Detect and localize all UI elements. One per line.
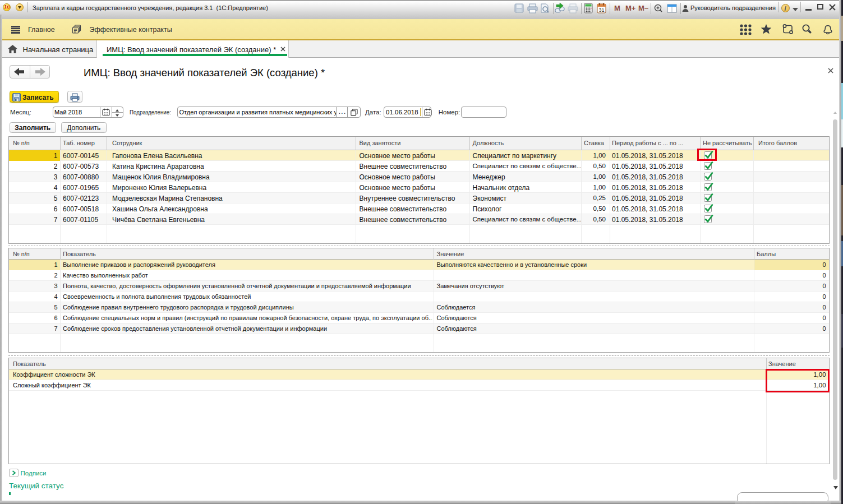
svg-text:M+: M+ xyxy=(625,4,636,12)
svg-text:M: M xyxy=(614,4,620,12)
svg-text:31: 31 xyxy=(598,7,604,13)
svg-text:M−: M− xyxy=(638,4,649,12)
